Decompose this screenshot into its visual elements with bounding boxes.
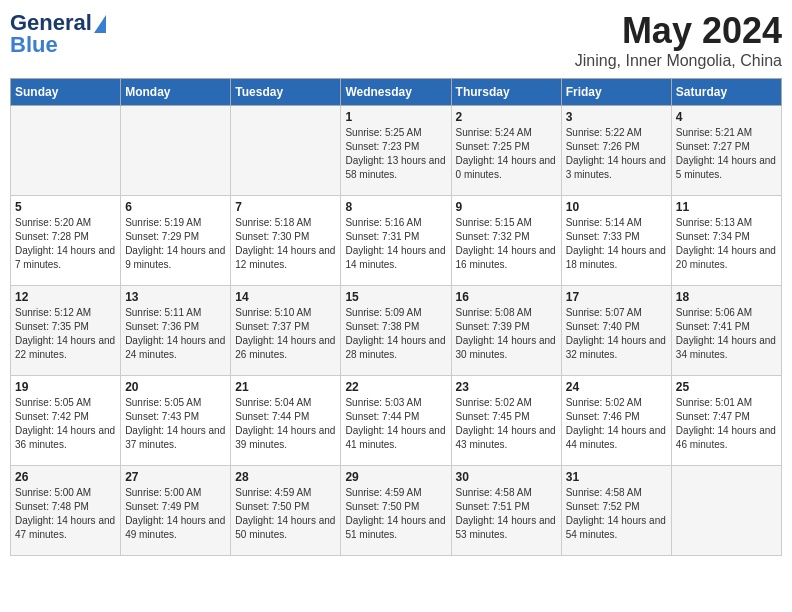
- calendar-cell: 22Sunrise: 5:03 AM Sunset: 7:44 PM Dayli…: [341, 376, 451, 466]
- day-number: 27: [125, 470, 226, 484]
- calendar-week-row: 1Sunrise: 5:25 AM Sunset: 7:23 PM Daylig…: [11, 106, 782, 196]
- day-info: Sunrise: 5:03 AM Sunset: 7:44 PM Dayligh…: [345, 396, 446, 452]
- calendar-cell: 12Sunrise: 5:12 AM Sunset: 7:35 PM Dayli…: [11, 286, 121, 376]
- day-info: Sunrise: 5:19 AM Sunset: 7:29 PM Dayligh…: [125, 216, 226, 272]
- calendar-cell: 6Sunrise: 5:19 AM Sunset: 7:29 PM Daylig…: [121, 196, 231, 286]
- calendar-cell: 15Sunrise: 5:09 AM Sunset: 7:38 PM Dayli…: [341, 286, 451, 376]
- day-number: 13: [125, 290, 226, 304]
- day-info: Sunrise: 5:21 AM Sunset: 7:27 PM Dayligh…: [676, 126, 777, 182]
- day-number: 7: [235, 200, 336, 214]
- day-of-week-header: Wednesday: [341, 79, 451, 106]
- day-info: Sunrise: 5:05 AM Sunset: 7:43 PM Dayligh…: [125, 396, 226, 452]
- day-number: 2: [456, 110, 557, 124]
- day-number: 6: [125, 200, 226, 214]
- day-info: Sunrise: 5:02 AM Sunset: 7:46 PM Dayligh…: [566, 396, 667, 452]
- day-number: 4: [676, 110, 777, 124]
- day-number: 5: [15, 200, 116, 214]
- calendar-week-row: 5Sunrise: 5:20 AM Sunset: 7:28 PM Daylig…: [11, 196, 782, 286]
- logo-blue: Blue: [10, 32, 58, 58]
- day-info: Sunrise: 5:20 AM Sunset: 7:28 PM Dayligh…: [15, 216, 116, 272]
- day-of-week-header: Tuesday: [231, 79, 341, 106]
- calendar-body: 1Sunrise: 5:25 AM Sunset: 7:23 PM Daylig…: [11, 106, 782, 556]
- day-number: 12: [15, 290, 116, 304]
- day-info: Sunrise: 5:16 AM Sunset: 7:31 PM Dayligh…: [345, 216, 446, 272]
- calendar-week-row: 19Sunrise: 5:05 AM Sunset: 7:42 PM Dayli…: [11, 376, 782, 466]
- calendar-cell: [121, 106, 231, 196]
- day-number: 8: [345, 200, 446, 214]
- day-number: 22: [345, 380, 446, 394]
- day-number: 29: [345, 470, 446, 484]
- calendar-week-row: 12Sunrise: 5:12 AM Sunset: 7:35 PM Dayli…: [11, 286, 782, 376]
- day-number: 17: [566, 290, 667, 304]
- day-info: Sunrise: 5:25 AM Sunset: 7:23 PM Dayligh…: [345, 126, 446, 182]
- calendar-cell: 30Sunrise: 4:58 AM Sunset: 7:51 PM Dayli…: [451, 466, 561, 556]
- calendar-cell: 9Sunrise: 5:15 AM Sunset: 7:32 PM Daylig…: [451, 196, 561, 286]
- day-info: Sunrise: 5:11 AM Sunset: 7:36 PM Dayligh…: [125, 306, 226, 362]
- day-number: 3: [566, 110, 667, 124]
- calendar-week-row: 26Sunrise: 5:00 AM Sunset: 7:48 PM Dayli…: [11, 466, 782, 556]
- day-number: 26: [15, 470, 116, 484]
- calendar-cell: [11, 106, 121, 196]
- calendar-cell: 13Sunrise: 5:11 AM Sunset: 7:36 PM Dayli…: [121, 286, 231, 376]
- day-number: 25: [676, 380, 777, 394]
- day-info: Sunrise: 5:10 AM Sunset: 7:37 PM Dayligh…: [235, 306, 336, 362]
- day-info: Sunrise: 4:58 AM Sunset: 7:51 PM Dayligh…: [456, 486, 557, 542]
- calendar-cell: 16Sunrise: 5:08 AM Sunset: 7:39 PM Dayli…: [451, 286, 561, 376]
- day-number: 23: [456, 380, 557, 394]
- calendar-cell: 24Sunrise: 5:02 AM Sunset: 7:46 PM Dayli…: [561, 376, 671, 466]
- title-block: May 2024 Jining, Inner Mongolia, China: [575, 10, 782, 70]
- day-number: 18: [676, 290, 777, 304]
- month-title: May 2024: [575, 10, 782, 52]
- calendar-cell: 19Sunrise: 5:05 AM Sunset: 7:42 PM Dayli…: [11, 376, 121, 466]
- calendar-cell: 1Sunrise: 5:25 AM Sunset: 7:23 PM Daylig…: [341, 106, 451, 196]
- day-info: Sunrise: 5:04 AM Sunset: 7:44 PM Dayligh…: [235, 396, 336, 452]
- day-info: Sunrise: 5:18 AM Sunset: 7:30 PM Dayligh…: [235, 216, 336, 272]
- calendar-cell: [671, 466, 781, 556]
- day-number: 30: [456, 470, 557, 484]
- calendar-cell: 14Sunrise: 5:10 AM Sunset: 7:37 PM Dayli…: [231, 286, 341, 376]
- calendar-header-row: SundayMondayTuesdayWednesdayThursdayFrid…: [11, 79, 782, 106]
- calendar-cell: 18Sunrise: 5:06 AM Sunset: 7:41 PM Dayli…: [671, 286, 781, 376]
- calendar-cell: [231, 106, 341, 196]
- logo-arrow-icon: [94, 15, 106, 33]
- day-info: Sunrise: 5:22 AM Sunset: 7:26 PM Dayligh…: [566, 126, 667, 182]
- day-number: 20: [125, 380, 226, 394]
- day-info: Sunrise: 5:07 AM Sunset: 7:40 PM Dayligh…: [566, 306, 667, 362]
- calendar-cell: 26Sunrise: 5:00 AM Sunset: 7:48 PM Dayli…: [11, 466, 121, 556]
- calendar-cell: 10Sunrise: 5:14 AM Sunset: 7:33 PM Dayli…: [561, 196, 671, 286]
- calendar-cell: 31Sunrise: 4:58 AM Sunset: 7:52 PM Dayli…: [561, 466, 671, 556]
- location: Jining, Inner Mongolia, China: [575, 52, 782, 70]
- day-number: 24: [566, 380, 667, 394]
- day-info: Sunrise: 5:05 AM Sunset: 7:42 PM Dayligh…: [15, 396, 116, 452]
- day-number: 11: [676, 200, 777, 214]
- calendar-cell: 17Sunrise: 5:07 AM Sunset: 7:40 PM Dayli…: [561, 286, 671, 376]
- calendar-cell: 27Sunrise: 5:00 AM Sunset: 7:49 PM Dayli…: [121, 466, 231, 556]
- day-number: 28: [235, 470, 336, 484]
- calendar-cell: 23Sunrise: 5:02 AM Sunset: 7:45 PM Dayli…: [451, 376, 561, 466]
- day-number: 14: [235, 290, 336, 304]
- day-number: 31: [566, 470, 667, 484]
- day-info: Sunrise: 5:02 AM Sunset: 7:45 PM Dayligh…: [456, 396, 557, 452]
- day-info: Sunrise: 4:58 AM Sunset: 7:52 PM Dayligh…: [566, 486, 667, 542]
- day-of-week-header: Saturday: [671, 79, 781, 106]
- day-number: 16: [456, 290, 557, 304]
- calendar-cell: 5Sunrise: 5:20 AM Sunset: 7:28 PM Daylig…: [11, 196, 121, 286]
- logo: General Blue: [10, 10, 106, 58]
- day-info: Sunrise: 5:06 AM Sunset: 7:41 PM Dayligh…: [676, 306, 777, 362]
- day-number: 1: [345, 110, 446, 124]
- day-of-week-header: Sunday: [11, 79, 121, 106]
- day-info: Sunrise: 5:15 AM Sunset: 7:32 PM Dayligh…: [456, 216, 557, 272]
- calendar-cell: 29Sunrise: 4:59 AM Sunset: 7:50 PM Dayli…: [341, 466, 451, 556]
- day-number: 19: [15, 380, 116, 394]
- page-header: General Blue May 2024 Jining, Inner Mong…: [10, 10, 782, 70]
- day-of-week-header: Friday: [561, 79, 671, 106]
- day-info: Sunrise: 5:24 AM Sunset: 7:25 PM Dayligh…: [456, 126, 557, 182]
- day-number: 21: [235, 380, 336, 394]
- calendar-cell: 2Sunrise: 5:24 AM Sunset: 7:25 PM Daylig…: [451, 106, 561, 196]
- calendar-cell: 28Sunrise: 4:59 AM Sunset: 7:50 PM Dayli…: [231, 466, 341, 556]
- calendar-cell: 20Sunrise: 5:05 AM Sunset: 7:43 PM Dayli…: [121, 376, 231, 466]
- calendar-cell: 7Sunrise: 5:18 AM Sunset: 7:30 PM Daylig…: [231, 196, 341, 286]
- day-info: Sunrise: 5:00 AM Sunset: 7:49 PM Dayligh…: [125, 486, 226, 542]
- calendar-cell: 25Sunrise: 5:01 AM Sunset: 7:47 PM Dayli…: [671, 376, 781, 466]
- day-of-week-header: Thursday: [451, 79, 561, 106]
